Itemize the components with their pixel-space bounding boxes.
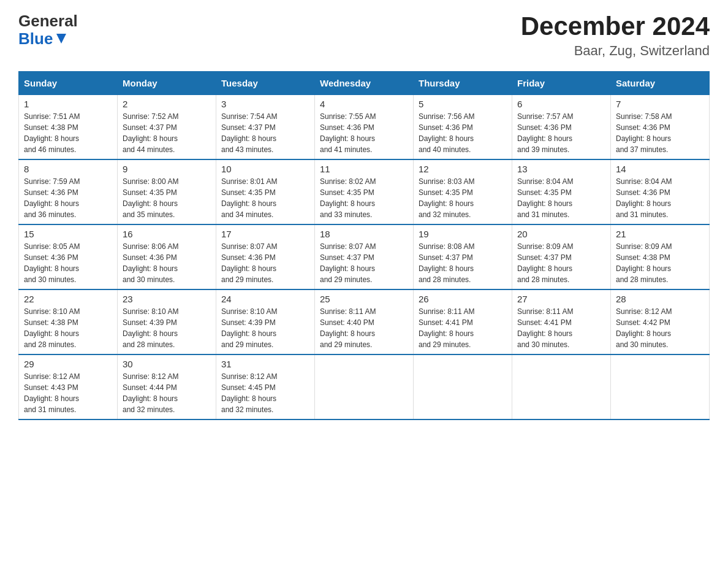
calendar-header-row: SundayMondayTuesdayWednesdayThursdayFrid…	[19, 72, 710, 95]
day-number: 29	[24, 359, 112, 369]
day-number: 12	[419, 164, 507, 174]
week-row-5: 29 Sunrise: 8:12 AM Sunset: 4:43 PM Dayl…	[19, 354, 710, 419]
calendar-table: SundayMondayTuesdayWednesdayThursdayFrid…	[18, 71, 710, 420]
day-cell: 5 Sunrise: 7:56 AM Sunset: 4:36 PM Dayli…	[414, 95, 512, 160]
day-info: Sunrise: 8:07 AM Sunset: 4:36 PM Dayligh…	[221, 241, 309, 285]
day-info: Sunrise: 8:03 AM Sunset: 4:35 PM Dayligh…	[419, 176, 507, 220]
title-section: December 2024 Baar, Zug, Switzerland	[521, 12, 710, 59]
day-number: 31	[221, 359, 309, 369]
day-cell: 1 Sunrise: 7:51 AM Sunset: 4:38 PM Dayli…	[19, 95, 118, 160]
day-number: 6	[517, 99, 605, 109]
day-cell: 30 Sunrise: 8:12 AM Sunset: 4:44 PM Dayl…	[118, 354, 216, 419]
day-info: Sunrise: 8:12 AM Sunset: 4:42 PM Dayligh…	[616, 306, 704, 350]
subtitle: Baar, Zug, Switzerland	[521, 43, 710, 59]
day-number: 19	[419, 229, 507, 239]
day-cell: 8 Sunrise: 7:59 AM Sunset: 4:36 PM Dayli…	[19, 159, 118, 224]
day-info: Sunrise: 7:59 AM Sunset: 4:36 PM Dayligh…	[24, 176, 112, 220]
day-info: Sunrise: 8:11 AM Sunset: 4:41 PM Dayligh…	[517, 306, 605, 350]
day-number: 20	[517, 229, 605, 239]
day-number: 22	[24, 294, 112, 304]
day-number: 3	[221, 99, 309, 109]
day-number: 11	[320, 164, 408, 174]
header-thursday: Thursday	[414, 72, 512, 95]
day-cell	[512, 354, 611, 419]
day-info: Sunrise: 8:05 AM Sunset: 4:36 PM Dayligh…	[24, 241, 112, 285]
day-number: 10	[221, 164, 309, 174]
day-info: Sunrise: 7:58 AM Sunset: 4:36 PM Dayligh…	[616, 111, 704, 155]
day-number: 27	[517, 294, 605, 304]
day-info: Sunrise: 8:12 AM Sunset: 4:44 PM Dayligh…	[123, 371, 211, 415]
day-cell: 11 Sunrise: 8:02 AM Sunset: 4:35 PM Dayl…	[315, 159, 414, 224]
day-cell: 6 Sunrise: 7:57 AM Sunset: 4:36 PM Dayli…	[512, 95, 611, 160]
day-info: Sunrise: 7:56 AM Sunset: 4:36 PM Dayligh…	[419, 111, 507, 155]
day-info: Sunrise: 8:06 AM Sunset: 4:36 PM Dayligh…	[123, 241, 211, 285]
day-cell: 27 Sunrise: 8:11 AM Sunset: 4:41 PM Dayl…	[512, 289, 611, 354]
day-cell: 4 Sunrise: 7:55 AM Sunset: 4:36 PM Dayli…	[315, 95, 414, 160]
day-cell: 26 Sunrise: 8:11 AM Sunset: 4:41 PM Dayl…	[414, 289, 512, 354]
header-saturday: Saturday	[611, 72, 710, 95]
day-cell: 20 Sunrise: 8:09 AM Sunset: 4:37 PM Dayl…	[512, 224, 611, 289]
day-info: Sunrise: 8:12 AM Sunset: 4:45 PM Dayligh…	[221, 371, 309, 415]
day-number: 18	[320, 229, 408, 239]
day-number: 9	[123, 164, 211, 174]
day-info: Sunrise: 8:07 AM Sunset: 4:37 PM Dayligh…	[320, 241, 408, 285]
day-number: 14	[616, 164, 704, 174]
day-info: Sunrise: 8:11 AM Sunset: 4:41 PM Dayligh…	[419, 306, 507, 350]
day-info: Sunrise: 8:11 AM Sunset: 4:40 PM Dayligh…	[320, 306, 408, 350]
day-cell	[414, 354, 512, 419]
day-number: 17	[221, 229, 309, 239]
day-cell	[611, 354, 710, 419]
day-info: Sunrise: 7:55 AM Sunset: 4:36 PM Dayligh…	[320, 111, 408, 155]
day-number: 5	[419, 99, 507, 109]
day-cell: 28 Sunrise: 8:12 AM Sunset: 4:42 PM Dayl…	[611, 289, 710, 354]
day-cell: 21 Sunrise: 8:09 AM Sunset: 4:38 PM Dayl…	[611, 224, 710, 289]
header-friday: Friday	[512, 72, 611, 95]
week-row-2: 8 Sunrise: 7:59 AM Sunset: 4:36 PM Dayli…	[19, 159, 710, 224]
page-header: General Blue December 2024 Baar, Zug, Sw…	[18, 12, 710, 59]
day-cell: 10 Sunrise: 8:01 AM Sunset: 4:35 PM Dayl…	[216, 159, 315, 224]
header-sunday: Sunday	[19, 72, 118, 95]
day-cell: 2 Sunrise: 7:52 AM Sunset: 4:37 PM Dayli…	[118, 95, 216, 160]
brand-line1: General	[18, 12, 78, 30]
day-info: Sunrise: 8:09 AM Sunset: 4:37 PM Dayligh…	[517, 241, 605, 285]
day-number: 23	[123, 294, 211, 304]
day-info: Sunrise: 8:04 AM Sunset: 4:35 PM Dayligh…	[517, 176, 605, 220]
brand-line2: Blue	[18, 30, 78, 48]
day-cell: 23 Sunrise: 8:10 AM Sunset: 4:39 PM Dayl…	[118, 289, 216, 354]
day-cell	[315, 354, 414, 419]
day-info: Sunrise: 8:12 AM Sunset: 4:43 PM Dayligh…	[24, 371, 112, 415]
header-wednesday: Wednesday	[315, 72, 414, 95]
day-info: Sunrise: 8:00 AM Sunset: 4:35 PM Dayligh…	[123, 176, 211, 220]
day-info: Sunrise: 8:04 AM Sunset: 4:36 PM Dayligh…	[616, 176, 704, 220]
day-number: 21	[616, 229, 704, 239]
day-cell: 17 Sunrise: 8:07 AM Sunset: 4:36 PM Dayl…	[216, 224, 315, 289]
day-info: Sunrise: 7:54 AM Sunset: 4:37 PM Dayligh…	[221, 111, 309, 155]
day-number: 13	[517, 164, 605, 174]
day-cell: 19 Sunrise: 8:08 AM Sunset: 4:37 PM Dayl…	[414, 224, 512, 289]
day-number: 24	[221, 294, 309, 304]
header-monday: Monday	[118, 72, 216, 95]
svg-marker-0	[56, 34, 66, 44]
day-cell: 18 Sunrise: 8:07 AM Sunset: 4:37 PM Dayl…	[315, 224, 414, 289]
brand-arrow-icon	[55, 33, 67, 45]
day-cell: 14 Sunrise: 8:04 AM Sunset: 4:36 PM Dayl…	[611, 159, 710, 224]
day-cell: 3 Sunrise: 7:54 AM Sunset: 4:37 PM Dayli…	[216, 95, 315, 160]
day-cell: 15 Sunrise: 8:05 AM Sunset: 4:36 PM Dayl…	[19, 224, 118, 289]
day-info: Sunrise: 7:51 AM Sunset: 4:38 PM Dayligh…	[24, 111, 112, 155]
day-cell: 25 Sunrise: 8:11 AM Sunset: 4:40 PM Dayl…	[315, 289, 414, 354]
day-number: 15	[24, 229, 112, 239]
day-number: 28	[616, 294, 704, 304]
day-info: Sunrise: 8:08 AM Sunset: 4:37 PM Dayligh…	[419, 241, 507, 285]
day-info: Sunrise: 8:02 AM Sunset: 4:35 PM Dayligh…	[320, 176, 408, 220]
brand-logo: General Blue	[18, 12, 78, 47]
day-info: Sunrise: 8:10 AM Sunset: 4:39 PM Dayligh…	[123, 306, 211, 350]
day-cell: 9 Sunrise: 8:00 AM Sunset: 4:35 PM Dayli…	[118, 159, 216, 224]
day-cell: 22 Sunrise: 8:10 AM Sunset: 4:38 PM Dayl…	[19, 289, 118, 354]
day-cell: 13 Sunrise: 8:04 AM Sunset: 4:35 PM Dayl…	[512, 159, 611, 224]
week-row-3: 15 Sunrise: 8:05 AM Sunset: 4:36 PM Dayl…	[19, 224, 710, 289]
day-number: 7	[616, 99, 704, 109]
day-number: 1	[24, 99, 112, 109]
day-number: 25	[320, 294, 408, 304]
main-title: December 2024	[521, 12, 710, 40]
week-row-1: 1 Sunrise: 7:51 AM Sunset: 4:38 PM Dayli…	[19, 95, 710, 160]
